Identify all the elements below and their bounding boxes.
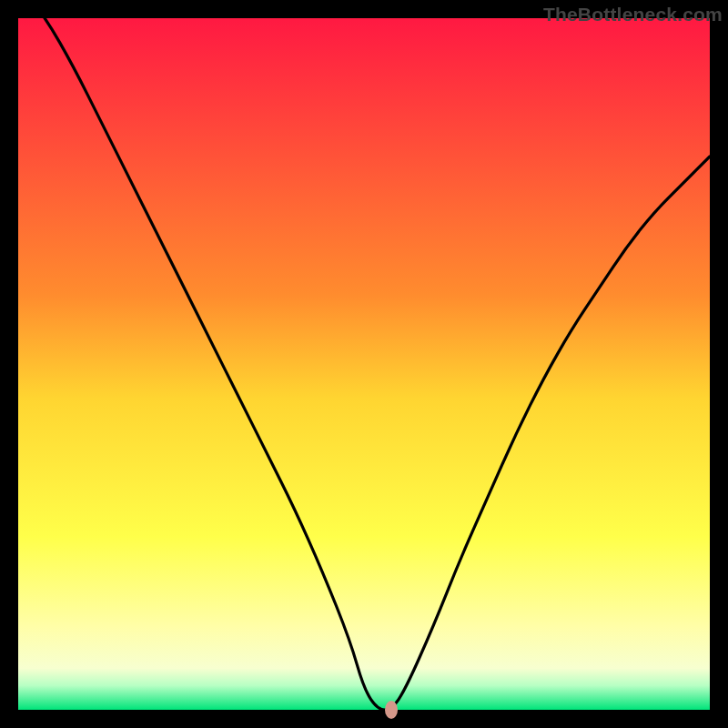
chart-container [18,18,710,710]
chart-marker-dot [385,701,398,719]
chart-background [18,18,710,710]
chart-svg [18,18,710,710]
watermark-text: TheBottleneck.com [543,4,723,25]
